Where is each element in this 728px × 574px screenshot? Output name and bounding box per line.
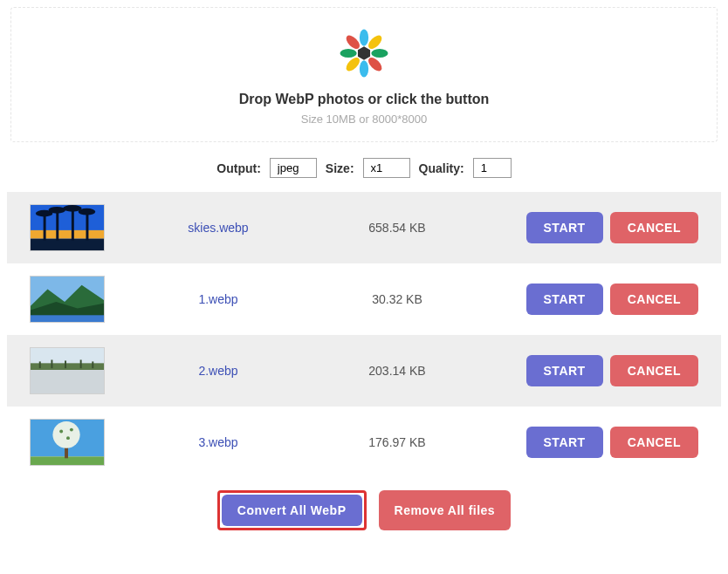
svg-point-0 bbox=[360, 29, 368, 45]
svg-rect-12 bbox=[44, 214, 46, 241]
svg-rect-13 bbox=[56, 210, 58, 241]
start-button[interactable]: START bbox=[526, 212, 603, 243]
file-thumbnail bbox=[30, 276, 105, 323]
svg-rect-29 bbox=[65, 360, 66, 368]
cancel-button[interactable]: CANCEL bbox=[610, 355, 698, 386]
svg-point-36 bbox=[59, 430, 63, 434]
file-size: 176.97 KB bbox=[332, 435, 463, 449]
convert-all-button[interactable]: Convert All WebP bbox=[222, 495, 362, 526]
drop-title: Drop WebP photos or click the button bbox=[11, 92, 717, 107]
svg-point-19 bbox=[79, 208, 96, 215]
file-row: 3.webp 176.97 KB START CANCEL bbox=[7, 407, 721, 478]
file-name-link[interactable]: 3.webp bbox=[105, 435, 332, 449]
file-thumbnail bbox=[30, 347, 105, 394]
file-row: 1.webp 30.32 KB START CANCEL bbox=[7, 263, 721, 335]
start-button[interactable]: START bbox=[526, 427, 603, 458]
svg-point-1 bbox=[366, 33, 384, 51]
start-button[interactable]: START bbox=[526, 355, 603, 386]
svg-point-2 bbox=[371, 49, 388, 58]
file-size: 658.54 KB bbox=[332, 221, 463, 235]
start-button[interactable]: START bbox=[526, 284, 603, 315]
output-select[interactable]: jpeg bbox=[270, 158, 317, 178]
file-name-link[interactable]: 2.webp bbox=[105, 364, 332, 378]
size-label: Size bbox=[326, 161, 354, 175]
svg-point-4 bbox=[360, 60, 368, 77]
drop-subtitle: Size 10MB or 8000*8000 bbox=[11, 113, 717, 126]
cancel-button[interactable]: CANCEL bbox=[610, 284, 698, 315]
highlight-frame: Convert All WebP bbox=[217, 490, 367, 530]
svg-rect-31 bbox=[92, 361, 93, 368]
svg-point-37 bbox=[70, 428, 73, 432]
svg-rect-14 bbox=[72, 208, 74, 241]
svg-rect-10 bbox=[31, 230, 104, 239]
drop-zone[interactable]: Drop WebP photos or click the button Siz… bbox=[10, 7, 718, 142]
file-name-link[interactable]: skies.webp bbox=[105, 221, 332, 235]
output-label: Output bbox=[216, 161, 261, 175]
file-row: skies.webp 658.54 KB START CANCEL bbox=[7, 192, 721, 263]
file-size: 203.14 KB bbox=[332, 364, 463, 378]
svg-rect-26 bbox=[31, 370, 104, 393]
svg-point-3 bbox=[366, 55, 384, 73]
svg-point-6 bbox=[340, 49, 356, 58]
svg-rect-15 bbox=[86, 212, 88, 241]
file-name-link[interactable]: 1.webp bbox=[105, 292, 332, 306]
svg-point-35 bbox=[52, 421, 79, 448]
svg-rect-23 bbox=[31, 315, 104, 322]
app-logo-icon bbox=[336, 25, 392, 81]
svg-rect-28 bbox=[51, 359, 52, 368]
svg-rect-11 bbox=[31, 239, 104, 250]
svg-rect-30 bbox=[80, 359, 82, 368]
file-row: 2.webp 203.14 KB START CANCEL bbox=[7, 335, 721, 407]
svg-rect-27 bbox=[39, 361, 41, 368]
remove-all-button[interactable]: Remove All files bbox=[379, 490, 512, 530]
svg-marker-8 bbox=[358, 46, 370, 59]
cancel-button[interactable]: CANCEL bbox=[610, 427, 698, 458]
size-select[interactable]: x1 bbox=[363, 158, 410, 178]
svg-point-17 bbox=[49, 207, 66, 214]
svg-point-5 bbox=[344, 55, 362, 73]
cancel-button[interactable]: CANCEL bbox=[610, 212, 698, 243]
svg-point-7 bbox=[344, 33, 362, 51]
quality-label: Quality bbox=[419, 161, 464, 175]
file-thumbnail bbox=[30, 204, 105, 251]
file-thumbnail bbox=[30, 419, 105, 466]
svg-point-38 bbox=[66, 436, 70, 440]
quality-input[interactable] bbox=[473, 158, 512, 178]
file-size: 30.32 KB bbox=[332, 292, 463, 306]
